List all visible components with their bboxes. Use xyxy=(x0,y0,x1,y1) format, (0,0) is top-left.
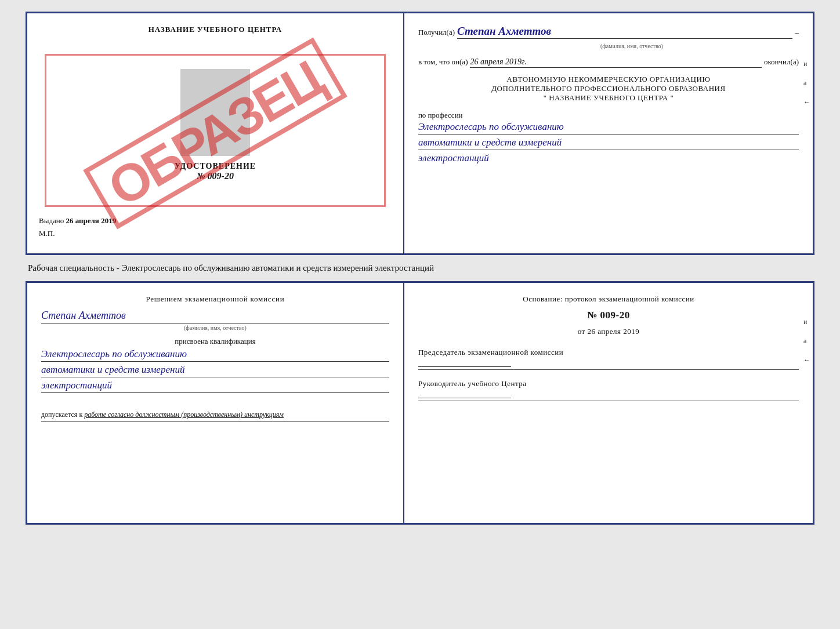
top-right-panel: Получил(а) Степан Ахметтов – (фамилия, и… xyxy=(404,13,813,253)
prisvoena-label: присвоена квалификация xyxy=(41,337,389,346)
bottom-right-content: Основание: протокол экзаменационной коми… xyxy=(418,294,799,401)
professia-line2: автоматики и средств измерений xyxy=(418,137,799,150)
mp-line: М.П. xyxy=(39,229,392,238)
professia-line1: Электрослесарь по обслуживанию xyxy=(418,121,799,134)
bottom-document: Решением экзаменационной комиссии Степан… xyxy=(26,281,814,525)
kvalif-line1: Электрослесарь по обслуживанию xyxy=(41,348,389,362)
ot-label: от xyxy=(578,327,585,336)
document-wrapper: НАЗВАНИЕ УЧЕБНОГО ЦЕНТРА ОБРАЗЕЦ УДОСТОВ… xyxy=(26,12,814,525)
vydano-label: Выдано xyxy=(39,216,64,225)
dopusk-value: работе согласно должностным (производств… xyxy=(84,410,284,419)
org-line3: " НАЗВАНИЕ УЧЕБНОГО ЦЕНТРА " xyxy=(418,93,799,103)
middle-text-content: Рабочая специальность - Электрослесарь п… xyxy=(28,263,434,272)
dopuskaetsya-label: допускается к xyxy=(41,410,82,419)
professia-line3: электростанций xyxy=(418,152,799,165)
protokol-date: от 26 апреля 2019 xyxy=(418,327,799,336)
org-line2: ДОПОЛНИТЕЛЬНОГО ПРОФЕССИОНАЛЬНОГО ОБРАЗО… xyxy=(418,84,799,93)
osnovanie-label: Основание: протокол экзаменационной коми… xyxy=(418,294,799,304)
bottom-side-mark-1: и xyxy=(803,318,810,326)
bottom-name-value: Степан Ахметтов xyxy=(41,310,389,323)
predsedatel-label: Председатель экзаменационной комиссии xyxy=(418,348,799,357)
dash1: – xyxy=(795,28,799,37)
professia-label: по профессии xyxy=(418,111,799,120)
top-center-title: НАЗВАНИЕ УЧЕБНОГО ЦЕНТРА xyxy=(39,25,392,34)
vydano-date: 26 апреля 2019 xyxy=(66,216,117,225)
protokol-date-value: 26 апреля 2019 xyxy=(587,327,639,336)
bottom-right-side-marks: и а ← xyxy=(803,318,810,365)
rukovoditel-signature-line xyxy=(418,398,511,398)
okonchil-label: окончил(а) xyxy=(764,57,799,67)
rukovoditel-label: Руководитель учебного Центра xyxy=(418,379,799,388)
top-left-panel: НАЗВАНИЕ УЧЕБНОГО ЦЕНТРА ОБРАЗЕЦ УДОСТОВ… xyxy=(27,13,404,253)
protokol-number: № 009-20 xyxy=(418,310,799,321)
bottom-side-mark-2: а xyxy=(803,337,810,346)
rukovoditel-block: Руководитель учебного Центра xyxy=(418,379,799,401)
org-line1: АВТОНОМНУЮ НЕКОММЕРЧЕСКУЮ ОРГАНИЗАЦИЮ xyxy=(418,75,799,84)
poluchil-row: Получил(а) Степан Ахметтов – xyxy=(418,25,799,39)
poluchil-sub: (фамилия, имя, отчество) xyxy=(600,43,663,49)
side-mark-1: и xyxy=(803,60,810,68)
bottom-left-panel: Решением экзаменационной комиссии Степан… xyxy=(27,283,404,523)
predsedatel-block: Председатель экзаменационной комиссии xyxy=(418,348,799,370)
bottom-name-sub: (фамилия, имя, отчество) xyxy=(41,325,389,331)
side-mark-3: ← xyxy=(803,98,810,107)
kvalif-line3: электростанций xyxy=(41,380,389,393)
vtom-value: 26 апреля 2019г. xyxy=(470,57,761,68)
vtom-label: в том, что он(а) xyxy=(418,57,468,67)
poluchil-value: Степан Ахметтов xyxy=(457,25,792,39)
predsedatel-signature-line xyxy=(418,366,511,367)
bottom-right-panel: Основание: протокол экзаменационной коми… xyxy=(404,283,813,523)
reshenie-title: Решением экзаменационной комиссии xyxy=(41,294,389,304)
kvalif-line2: автоматики и средств измерений xyxy=(41,364,389,377)
side-mark-2: а xyxy=(803,79,810,88)
bottom-side-mark-3: ← xyxy=(803,356,810,365)
dopuskaetsya-block: допускается к работе согласно должностны… xyxy=(41,410,389,422)
vydano-line: Выдано 26 апреля 2019 xyxy=(39,216,392,226)
poluchil-label: Получил(а) xyxy=(418,28,455,37)
top-right-side-marks: и а ← xyxy=(803,60,810,107)
vtom-row: в том, что он(а) 26 апреля 2019г. окончи… xyxy=(418,57,799,68)
top-document: НАЗВАНИЕ УЧЕБНОГО ЦЕНТРА ОБРАЗЕЦ УДОСТОВ… xyxy=(26,12,814,255)
middle-text: Рабочая специальность - Электрослесарь п… xyxy=(26,263,814,273)
watermark-box xyxy=(45,54,386,207)
